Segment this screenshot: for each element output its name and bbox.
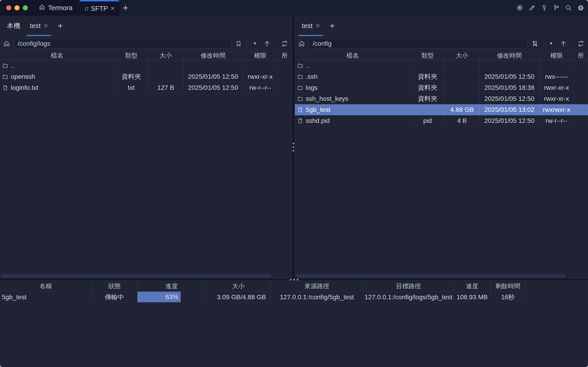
transfer-column-header[interactable]: 來源路徑	[271, 281, 363, 292]
sftp-panes: 本機 test ✕ + /config/logs ▼	[0, 16, 588, 278]
up-directory-icon[interactable]	[560, 40, 567, 47]
horizontal-splitter[interactable]	[0, 278, 588, 281]
column-header[interactable]: 檔名	[295, 51, 411, 60]
file-name-label: sshd.pid	[306, 117, 330, 125]
file-row-sshd.pid[interactable]: sshd.pidpid4 B2025/01/05 12:50rw-r--r--	[295, 115, 588, 126]
file-name-cell: ..	[295, 60, 411, 71]
transfer-panel: 名稱狀態進度大小來源路徑目標路徑速度剩餘時間5gb_test傳輸中63%3.09…	[0, 281, 588, 367]
file-permissions-cell	[243, 60, 278, 71]
file-owner-cell	[574, 115, 588, 126]
refresh-icon[interactable]	[577, 40, 584, 47]
left-tab-test-active[interactable]: test ✕	[28, 16, 50, 36]
right-tab-test-active[interactable]: test ✕	[299, 16, 322, 36]
file-permissions-cell: rwxrwxr-x	[539, 104, 574, 115]
progress-bar-fill: 63%	[137, 292, 181, 302]
active-tab-underline	[27, 35, 51, 36]
column-header[interactable]: 類型	[114, 51, 148, 60]
file-size-cell	[444, 93, 480, 104]
transfer-arrows-icon: ↓↑	[84, 5, 88, 12]
close-tab-icon[interactable]: ✕	[44, 23, 48, 28]
transfer-column-header[interactable]: 狀態	[92, 281, 137, 292]
file-type-cell: pid	[411, 115, 444, 126]
transfer-progress-cell: 63%	[137, 292, 206, 302]
transfer-status-cell: 傳輸中	[92, 292, 137, 302]
column-header[interactable]: 權限	[539, 51, 574, 60]
bookmark-off-icon[interactable]	[531, 40, 538, 47]
home-icon[interactable]	[298, 40, 305, 47]
vertical-splitter[interactable]	[292, 16, 295, 278]
transfer-column-header[interactable]: 剩餘時間	[491, 281, 526, 292]
key-icon[interactable]	[541, 4, 547, 11]
transfer-column-header[interactable]: 進度	[137, 281, 206, 292]
refresh-icon[interactable]	[281, 40, 288, 47]
close-tab-icon[interactable]: ✕	[110, 6, 115, 11]
column-header[interactable]: 類型	[411, 51, 444, 60]
file-name-label: ..	[11, 62, 15, 69]
right-pane-empty-area	[295, 126, 588, 273]
zoom-window-button[interactable]	[23, 5, 28, 10]
left-horizontal-scrollbar[interactable]	[1, 274, 272, 278]
column-header[interactable]: 修改時間	[480, 51, 539, 60]
close-tab-icon[interactable]: ✕	[315, 23, 320, 28]
file-owner-cell	[574, 71, 588, 82]
file-row-..[interactable]: ..	[295, 60, 588, 71]
file-modified-cell: 2025/01/05 12:50	[183, 82, 243, 93]
new-terminal-tab-button[interactable]: +	[123, 0, 128, 16]
file-name-cell: loginfo.txt	[0, 82, 114, 93]
left-add-tab-button[interactable]: +	[55, 16, 65, 36]
column-header[interactable]: 權限	[243, 51, 278, 60]
column-header[interactable]: 所	[574, 51, 588, 60]
close-window-button[interactable]	[6, 5, 11, 10]
traffic-lights	[0, 5, 28, 10]
column-header[interactable]: 大小	[444, 51, 480, 60]
transfer-column-header[interactable]: 名稱	[0, 281, 92, 292]
right-path-input[interactable]: /config	[309, 39, 528, 49]
minimize-window-button[interactable]	[15, 5, 19, 10]
folder-icon	[2, 74, 8, 80]
up-directory-icon[interactable]	[264, 40, 271, 47]
keychain-icon[interactable]	[553, 4, 560, 11]
column-header[interactable]: 大小	[148, 51, 183, 60]
file-row-..[interactable]: ..	[0, 60, 292, 71]
transfer-column-header[interactable]: 大小	[206, 281, 271, 292]
file-row-logs[interactable]: logs資料夾2025/01/05 18:38rwxr-xr-x	[295, 82, 588, 93]
column-header[interactable]: 所	[278, 51, 292, 60]
file-row-loginfo.txt[interactable]: loginfo.txttxt127 B2025/01/05 12:50rw-r-…	[0, 82, 292, 93]
right-add-tab-button[interactable]: +	[327, 16, 337, 36]
left-path-input[interactable]: /config/logs	[14, 39, 231, 49]
left-tab-local[interactable]: 本機	[5, 16, 23, 36]
file-name-label: 5gb_test	[306, 106, 330, 113]
search-icon[interactable]	[565, 4, 572, 11]
tab-sftp-active[interactable]: ↓↑ SFTP ✕	[79, 0, 119, 16]
file-modified-cell: 2025/01/05 12:50	[480, 93, 539, 104]
bookmark-icon[interactable]	[235, 40, 242, 47]
file-row-.ssh[interactable]: .ssh資料夾2025/01/05 12:50rwx------	[295, 71, 588, 82]
left-file-pane: 本機 test ✕ + /config/logs ▼	[0, 16, 292, 278]
file-size-cell	[148, 60, 183, 71]
file-row-openssh[interactable]: openssh資料夾2025/01/05 12:50rwxr-xr-x	[0, 71, 292, 82]
chevron-down-icon[interactable]: ▼	[253, 41, 257, 46]
column-header[interactable]: 修改時間	[183, 51, 243, 60]
settings-icon[interactable]	[577, 4, 584, 11]
home-icon[interactable]	[3, 40, 10, 47]
file-row-5gb_test[interactable]: 5gb_test4.88 GB2025/01/05 13:02rwxrwxr-x	[295, 104, 588, 115]
edit-icon[interactable]	[528, 4, 535, 11]
transfer-column-header[interactable]	[526, 281, 588, 292]
right-horizontal-scrollbar[interactable]	[296, 274, 566, 278]
column-header[interactable]: 檔名	[0, 51, 114, 60]
transfer-header-row: 名稱狀態進度大小來源路徑目標路徑速度剩餘時間	[0, 281, 588, 292]
left-pathbar: /config/logs ▼	[0, 36, 292, 51]
file-row-ssh_host_keys[interactable]: ssh_host_keys資料夾2025/01/05 12:50rwxr-xr-…	[295, 93, 588, 104]
file-modified-cell	[480, 60, 539, 71]
transfer-row-5gb_test[interactable]: 5gb_test傳輸中63%3.09 GB/4.88 GB127.0.0.1:/…	[0, 292, 588, 303]
record-icon[interactable]	[516, 4, 523, 11]
file-permissions-cell: rwx------	[539, 71, 574, 82]
folder-icon	[297, 85, 303, 91]
file-icon	[2, 85, 8, 91]
tab-termora[interactable]: Termora	[39, 4, 72, 12]
transfer-column-header[interactable]: 速度	[454, 281, 491, 292]
transfer-column-header[interactable]: 目標路徑	[363, 281, 454, 292]
file-permissions-cell: rwxr-xr-x	[243, 71, 278, 82]
chevron-down-icon[interactable]: ▼	[549, 41, 553, 46]
file-permissions-cell: rwxr-xr-x	[539, 93, 574, 104]
